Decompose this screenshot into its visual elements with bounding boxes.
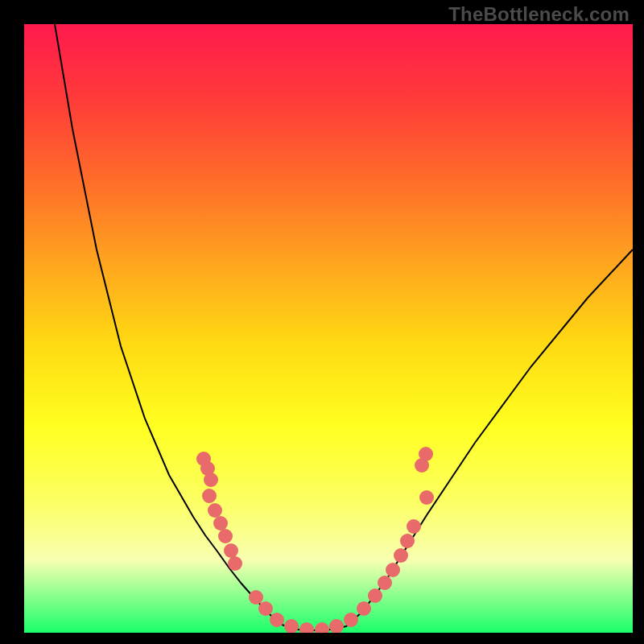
data-point (204, 473, 218, 487)
plot-area (24, 24, 633, 633)
data-point (329, 619, 344, 633)
data-point (213, 516, 228, 530)
data-point (202, 489, 217, 503)
data-point (249, 590, 263, 605)
data-point (228, 556, 242, 571)
data-points (196, 447, 434, 633)
data-point (386, 563, 400, 577)
data-point (315, 622, 329, 633)
bottleneck-curve (55, 24, 633, 630)
data-point (407, 519, 421, 534)
data-point (224, 543, 238, 558)
data-point (394, 548, 408, 563)
data-point (284, 619, 299, 633)
data-point (378, 576, 392, 590)
data-point (208, 503, 222, 518)
data-point (400, 534, 415, 548)
watermark-text: TheBottleneck.com (448, 3, 630, 26)
data-point (258, 601, 273, 616)
data-point (419, 490, 434, 505)
chart-frame: TheBottleneck.com (0, 0, 644, 644)
data-point (344, 613, 358, 627)
data-point (368, 588, 382, 603)
chart-svg (24, 24, 633, 633)
data-point (357, 601, 371, 616)
data-point (419, 447, 433, 461)
data-point (218, 529, 233, 543)
data-point (270, 613, 284, 627)
data-point (299, 622, 314, 633)
